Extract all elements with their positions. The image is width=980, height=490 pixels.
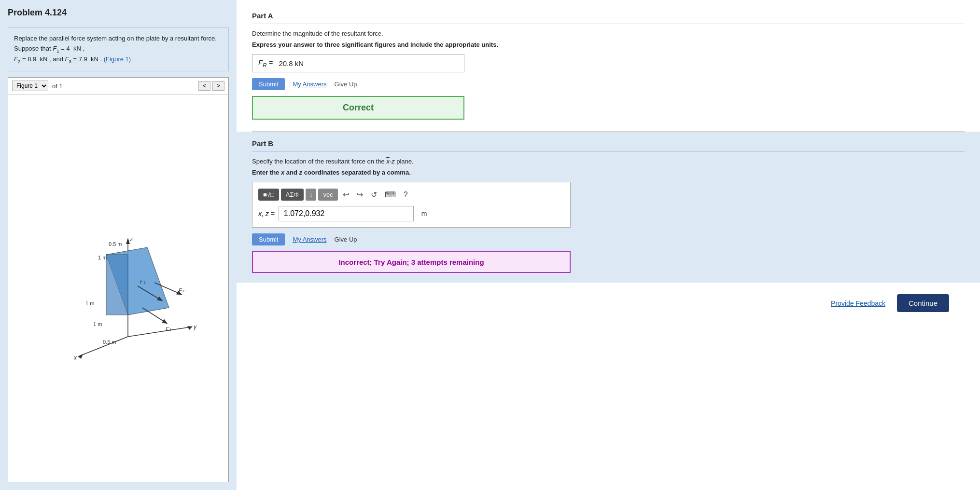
figure-select[interactable]: Figure 1 [12, 81, 48, 91]
svg-text:0.5 m: 0.5 m [103, 339, 116, 345]
svg-marker-1 [126, 238, 130, 244]
provide-feedback-link[interactable]: Provide Feedback [831, 299, 885, 307]
left-panel: Problem 4.124 Replace the parallel force… [0, 0, 237, 490]
part-a-submit-button[interactable]: Submit [252, 78, 285, 90]
problem-description: Replace the parallel force system acting… [8, 27, 229, 71]
toolbar-keyboard-button[interactable]: ⌨ [382, 188, 399, 201]
sqrt-icon: ■√□ [263, 191, 274, 198]
svg-text:F₂: F₂ [179, 287, 184, 293]
figure-of-label: of 1 [52, 82, 63, 90]
figure-prev-button[interactable]: < [198, 81, 210, 91]
part-b-wrapper: Part B Specify the location of the resul… [237, 132, 980, 283]
toolbar-redo-button[interactable]: ↪ [354, 188, 366, 201]
part-b-question: Specify the location of the resultant fo… [252, 158, 965, 165]
toolbar-arrow-button[interactable]: ↕ [306, 189, 317, 201]
toolbar-undo-button[interactable]: ↩ [340, 188, 352, 201]
toolbar-sqrt-button[interactable]: ■√□ [258, 189, 279, 201]
part-b-submit-button[interactable]: Submit [252, 233, 285, 245]
part-b-submit-row: Submit My Answers Give Up [252, 233, 965, 245]
math-toolbar: ■√□ ΑΣΦ ↕ vec ↩ ↪ ↺ ⌨ ? [258, 188, 564, 201]
svg-text:1 m: 1 m [93, 321, 102, 327]
figure-link[interactable]: (Figure 1) [104, 55, 131, 63]
part-a-submit-row: Submit My Answers Give Up [252, 78, 965, 90]
figure-header: Figure 1 of 1 < > [8, 78, 228, 95]
svg-text:z: z [129, 236, 133, 243]
svg-text:1 m: 1 m [85, 300, 94, 306]
svg-text:F₃: F₃ [166, 326, 171, 332]
toolbar-vec-button[interactable]: vec [318, 189, 337, 201]
svg-marker-7 [78, 354, 83, 359]
svg-text:1 m: 1 m [98, 255, 107, 260]
right-panel: Part A Determine the magnitude of the re… [237, 0, 980, 490]
part-a-header: Part A [252, 12, 965, 24]
part-a-instruction: Express your answer to three significant… [252, 41, 965, 48]
svg-text:x: x [73, 354, 77, 361]
part-a-answer-label: FR = [258, 58, 275, 68]
part-a-section: Part A Determine the magnitude of the re… [252, 12, 965, 120]
part-b-incorrect-badge: Incorrect; Try Again; 3 attempts remaini… [252, 251, 571, 273]
figure-svg: z y x 0.5 m 1 m 1 m 1 m 0.5 m [31, 211, 205, 366]
part-a-my-answers-link[interactable]: My Answers [293, 81, 326, 88]
part-a-answer-box: FR = 20.8 kN [252, 54, 464, 72]
svg-text:y: y [193, 324, 197, 330]
svg-text:0.5 m: 0.5 m [109, 241, 122, 247]
toolbar-alpha-button[interactable]: ΑΣΦ [281, 189, 304, 201]
part-b-my-answers-link[interactable]: My Answers [293, 236, 326, 243]
figure-container: Figure 1 of 1 < > z y x [8, 77, 229, 482]
part-b-header: Part B [252, 132, 965, 152]
svg-line-3 [128, 327, 191, 337]
part-a-answer-value: 20.8 kN [279, 59, 304, 68]
part-b-instruction: Enter the x and z coordinates separated … [252, 169, 965, 176]
svg-marker-10 [106, 255, 128, 315]
bottom-bar: Provide Feedback Continue [252, 286, 965, 320]
math-editor-box: ■√□ ΑΣΦ ↕ vec ↩ ↪ ↺ ⌨ ? x, z = m [252, 182, 571, 228]
part-b-input-label: x, z = [258, 210, 275, 218]
part-b-input-field[interactable] [279, 206, 414, 221]
svg-text:F₁: F₁ [140, 279, 145, 285]
problem-title: Problem 4.124 [8, 8, 229, 18]
figure-canvas: z y x 0.5 m 1 m 1 m 1 m 0.5 m [8, 95, 228, 482]
continue-button[interactable]: Continue [897, 294, 949, 312]
part-a-correct-badge: Correct [252, 96, 464, 120]
part-b-give-up-link[interactable]: Give Up [335, 236, 357, 243]
math-input-row: x, z = m [258, 206, 564, 221]
figure-next-button[interactable]: > [212, 81, 224, 91]
description-text: Replace the parallel force system acting… [14, 35, 217, 63]
part-a-question: Determine the magnitude of the resultant… [252, 30, 965, 37]
figure-nav: < > [198, 81, 224, 91]
svg-marker-4 [187, 326, 193, 330]
part-a-give-up-link[interactable]: Give Up [335, 81, 357, 88]
toolbar-help-button[interactable]: ? [401, 189, 411, 201]
part-b-unit: m [421, 210, 427, 218]
toolbar-reset-button[interactable]: ↺ [368, 188, 380, 201]
